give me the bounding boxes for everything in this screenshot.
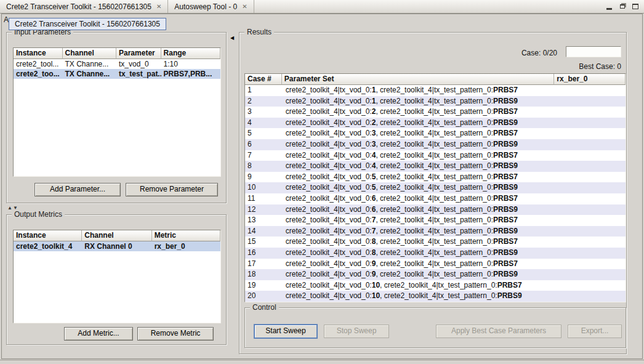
- results-row[interactable]: 11 crete2_toolkit_4|tx_vod_0:6, crete2_t…: [245, 193, 626, 204]
- remove-parameter-button[interactable]: Remove Parameter: [126, 183, 218, 196]
- results-row[interactable]: 6 crete2_toolkit_4|tx_vod_0:3, crete2_to…: [245, 139, 626, 150]
- results-row[interactable]: 15 crete2_toolkit_4|tx_vod_0:8, crete2_t…: [245, 237, 626, 248]
- results-row[interactable]: 17 crete2_toolkit_4|tx_vod_0:9, crete2_t…: [245, 259, 626, 270]
- input-parameters-group: Input Parameters Instance Channel Parame…: [6, 32, 227, 203]
- case-number-cell: 15: [245, 237, 282, 248]
- rx-ber-cell: [554, 291, 626, 302]
- input-parameter-row[interactable]: crete2_tool... TX Channe... tx_vod_0 1:1…: [14, 59, 220, 69]
- pattern-value: PRBS9: [493, 118, 518, 127]
- restore-icon[interactable]: [618, 2, 626, 10]
- tab-bar: Crete2 Transceiver Toolkit - 15602076613…: [0, 0, 644, 14]
- param-prefix-vod: crete2_toolkit_4|tx_vod_0:: [286, 183, 372, 192]
- param-prefix-vod: crete2_toolkit_4|tx_vod_0:: [286, 270, 372, 278]
- param-prefix-vod: crete2_toolkit_4|tx_vod_0:: [286, 216, 372, 224]
- rx-ber-cell: [554, 248, 626, 259]
- column-header-instance[interactable]: Instance: [14, 230, 82, 241]
- results-row[interactable]: 7 crete2_toolkit_4|tx_vod_0:4, crete2_to…: [245, 150, 626, 161]
- results-row[interactable]: 19 crete2_toolkit_4|tx_vod_0:10, crete2_…: [245, 280, 626, 291]
- parameter-set-cell: crete2_toolkit_4|tx_vod_0:6, crete2_tool…: [282, 204, 555, 216]
- param-prefix-vod: crete2_toolkit_4|tx_vod_0:: [286, 227, 372, 235]
- case-number-cell: 12: [245, 204, 282, 216]
- results-row[interactable]: 16 crete2_toolkit_4|tx_vod_0:8, crete2_t…: [245, 248, 626, 259]
- column-header-case[interactable]: Case #: [245, 74, 282, 85]
- rx-ber-cell: [554, 204, 626, 216]
- pattern-value: PRBS7: [493, 107, 518, 116]
- case-number-cell: 4: [245, 118, 282, 129]
- case-number-cell: 16: [245, 248, 282, 259]
- case-field[interactable]: [566, 46, 621, 57]
- column-header-instance[interactable]: Instance: [14, 48, 63, 59]
- results-row[interactable]: 14 crete2_toolkit_4|tx_vod_0:7, crete2_t…: [245, 226, 626, 237]
- apply-best-case-parameters-button[interactable]: Apply Best Case Parameters: [436, 325, 561, 338]
- results-row[interactable]: 20 crete2_toolkit_4|tx_vod_0:10, crete2_…: [245, 291, 626, 302]
- output-metric-row[interactable]: crete2_toolkit_4 RX Channel 0 rx_ber_0: [14, 241, 220, 251]
- tab-crete2-transceiver-toolkit[interactable]: Crete2 Transceiver Toolkit - 15602076613…: [0, 0, 168, 13]
- results-row[interactable]: 10 crete2_toolkit_4|tx_vod_0:5, crete2_t…: [245, 182, 626, 193]
- parameter-set-cell: crete2_toolkit_4|tx_vod_0:3, crete2_tool…: [282, 128, 555, 139]
- parameter-set-cell: crete2_toolkit_4|tx_vod_0:5, crete2_tool…: [282, 182, 555, 193]
- results-row[interactable]: 5 crete2_toolkit_4|tx_vod_0:3, crete2_to…: [245, 128, 626, 139]
- rx-ber-cell: [554, 193, 626, 204]
- export-button[interactable]: Export...: [568, 325, 622, 338]
- results-row[interactable]: 18 crete2_toolkit_4|tx_vod_0:9, crete2_t…: [245, 269, 626, 280]
- range-cell: PRBS7,PRB...: [161, 69, 220, 79]
- stop-sweep-button[interactable]: Stop Sweep: [324, 325, 389, 338]
- parameter-set-cell: crete2_toolkit_4|tx_vod_0:9, crete2_tool…: [282, 269, 555, 280]
- maximize-icon[interactable]: [631, 2, 639, 10]
- case-number-cell: 20: [245, 291, 282, 302]
- input-parameter-row[interactable]: crete2_too... TX Channe... tx_test_pat..…: [14, 69, 220, 79]
- column-header-channel[interactable]: Channel: [63, 48, 116, 59]
- column-header-metric[interactable]: Metric: [152, 230, 220, 241]
- parameter-cell: tx_test_pat...: [116, 69, 161, 79]
- group-title: Control: [250, 303, 279, 312]
- param-prefix-pattern: , crete2_toolkit_4|tx_test_pattern_0:: [376, 118, 493, 127]
- rx-ber-cell: [554, 128, 626, 139]
- results-row[interactable]: 9 crete2_toolkit_4|tx_vod_0:5, crete2_to…: [245, 172, 626, 183]
- parameter-set-cell: crete2_toolkit_4|tx_vod_0:7, crete2_tool…: [282, 215, 555, 226]
- column-header-parameter-set[interactable]: Parameter Set: [282, 74, 555, 85]
- results-row[interactable]: 8 crete2_toolkit_4|tx_vod_0:4, crete2_to…: [245, 161, 626, 172]
- tab-label: Crete2 Transceiver Toolkit - 15602076613…: [6, 2, 151, 11]
- pattern-value: PRBS9: [493, 161, 518, 170]
- instance-cell: crete2_tool...: [14, 59, 63, 69]
- pattern-value: PRBS7: [493, 216, 518, 224]
- channel-cell: TX Channe...: [63, 69, 116, 79]
- splitter-down-icon[interactable]: ▼: [13, 205, 18, 211]
- add-parameter-button[interactable]: Add Parameter...: [34, 183, 121, 196]
- close-icon[interactable]: ✕: [156, 4, 161, 10]
- param-prefix-pattern: , crete2_toolkit_4|tx_test_pattern_0:: [376, 172, 493, 181]
- results-row[interactable]: 1 crete2_toolkit_4|tx_vod_0:1, crete2_to…: [245, 85, 626, 96]
- case-number-cell: 7: [245, 150, 282, 161]
- results-row[interactable]: 3 crete2_toolkit_4|tx_vod_0:2, crete2_to…: [245, 107, 626, 118]
- sash-collapse-icon[interactable]: ◀: [230, 35, 234, 41]
- rx-ber-cell: [554, 280, 626, 291]
- column-header-range[interactable]: Range: [161, 48, 220, 59]
- tab-autosweep-tool[interactable]: Autosweep Tool - 0 ✕: [168, 0, 254, 13]
- column-header-channel[interactable]: Channel: [82, 230, 151, 241]
- results-row[interactable]: 12 crete2_toolkit_4|tx_vod_0:6, crete2_t…: [245, 204, 626, 216]
- pattern-value: PRBS9: [493, 140, 518, 148]
- parameter-set-cell: crete2_toolkit_4|tx_vod_0:9, crete2_tool…: [282, 259, 555, 270]
- column-header-parameter[interactable]: Parameter: [116, 48, 161, 59]
- group-title: Output Metrics: [12, 210, 65, 219]
- remove-metric-button[interactable]: Remove Metric: [137, 327, 214, 341]
- close-icon[interactable]: ✕: [242, 4, 247, 10]
- rx-ber-cell: [554, 182, 626, 193]
- parameter-set-cell: crete2_toolkit_4|tx_vod_0:2, crete2_tool…: [282, 107, 555, 118]
- column-header-rx-ber[interactable]: rx_ber_0: [554, 74, 626, 85]
- best-case-label: Best Case: 0: [579, 62, 621, 71]
- splitter-handle[interactable]: ▲▼: [7, 205, 18, 211]
- drag-tooltip: Crete2 Transceiver Toolkit - 15602076613…: [9, 18, 166, 30]
- case-number-cell: 10: [245, 182, 282, 193]
- splitter-up-icon[interactable]: ▲: [7, 205, 13, 211]
- add-metric-button[interactable]: Add Metric...: [64, 327, 133, 341]
- results-row[interactable]: 2 crete2_toolkit_4|tx_vod_0:1, crete2_to…: [245, 96, 626, 107]
- pattern-value: PRBS7: [493, 151, 518, 160]
- results-row[interactable]: 4 crete2_toolkit_4|tx_vod_0:2, crete2_to…: [245, 118, 626, 129]
- minimize-icon[interactable]: [605, 2, 613, 10]
- results-row[interactable]: 13 crete2_toolkit_4|tx_vod_0:7, crete2_t…: [245, 215, 626, 226]
- rx-ber-cell: [554, 161, 626, 172]
- window-controls: [605, 2, 639, 10]
- start-sweep-button[interactable]: Start Sweep: [254, 324, 318, 339]
- parameter-set-cell: crete2_toolkit_4|tx_vod_0:4, crete2_tool…: [282, 150, 555, 161]
